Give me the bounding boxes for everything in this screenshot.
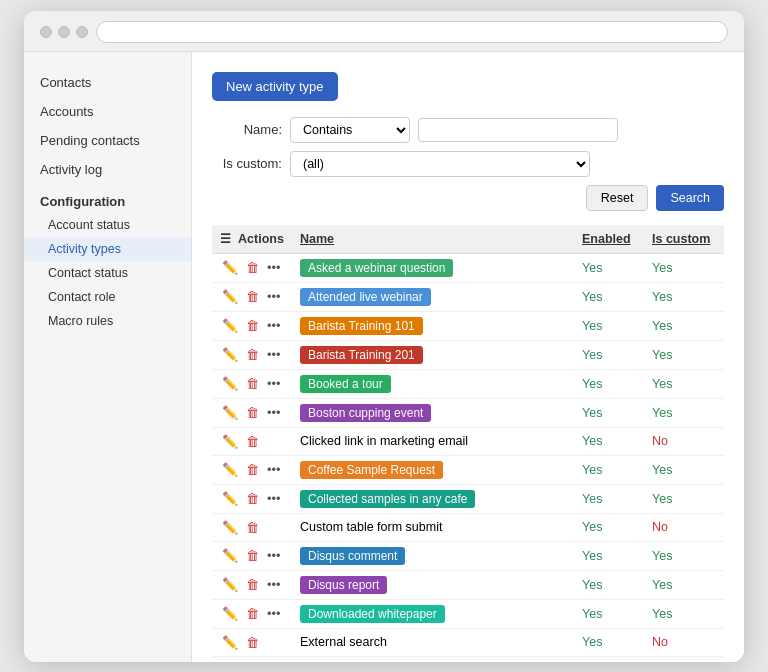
row-name: Coffee Sample Request bbox=[292, 455, 574, 484]
sidebar-item-pending-contacts[interactable]: Pending contacts bbox=[24, 126, 191, 155]
delete-icon[interactable]: 🗑 bbox=[244, 259, 261, 276]
delete-icon[interactable]: 🗑 bbox=[244, 288, 261, 305]
edit-icon[interactable]: ✏️ bbox=[220, 576, 240, 593]
sidebar-item-activity-types[interactable]: Activity types bbox=[24, 237, 191, 261]
row-is-custom: Yes bbox=[644, 398, 724, 427]
row-is-custom: No bbox=[644, 427, 724, 455]
more-icon[interactable]: ••• bbox=[265, 547, 283, 564]
more-icon[interactable]: ••• bbox=[265, 605, 283, 622]
row-is-custom: Yes bbox=[644, 599, 724, 628]
row-name: Downloaded whitepaper bbox=[292, 599, 574, 628]
row-is-custom: Yes bbox=[644, 369, 724, 398]
edit-icon[interactable]: ✏️ bbox=[220, 259, 240, 276]
row-is-custom: No bbox=[644, 656, 724, 662]
row-name: Form submission bbox=[292, 656, 574, 662]
delete-icon[interactable]: 🗑 bbox=[244, 576, 261, 593]
delete-icon[interactable]: 🗑 bbox=[244, 605, 261, 622]
sidebar-item-contact-status[interactable]: Contact status bbox=[24, 261, 191, 285]
new-activity-type-button[interactable]: New activity type bbox=[212, 72, 338, 101]
row-name: Boston cupping event bbox=[292, 398, 574, 427]
row-enabled: Yes bbox=[574, 599, 644, 628]
row-actions: ✏️ 🗑 ••• bbox=[220, 375, 284, 392]
row-enabled: Yes bbox=[574, 340, 644, 369]
edit-icon[interactable]: ✏️ bbox=[220, 605, 240, 622]
delete-icon[interactable]: 🗑 bbox=[244, 634, 261, 651]
table-row: ✏️ 🗑 ••• Collected samples in any cafeYe… bbox=[212, 484, 724, 513]
row-is-custom: Yes bbox=[644, 282, 724, 311]
sidebar-item-contact-role[interactable]: Contact role bbox=[24, 285, 191, 309]
table-row: ✏️ 🗑 ••• Downloaded whitepaperYesYes bbox=[212, 599, 724, 628]
col-header-is-custom[interactable]: Is custom bbox=[644, 225, 724, 254]
edit-icon[interactable]: ✏️ bbox=[220, 288, 240, 305]
filter-custom-row: Is custom: (all) Yes No bbox=[212, 151, 724, 177]
delete-icon[interactable]: 🗑 bbox=[244, 317, 261, 334]
activity-type-badge: Barista Training 101 bbox=[300, 317, 423, 335]
row-name: Clicked link in marketing email bbox=[292, 427, 574, 455]
browser-window: Contacts Accounts Pending contacts Activ… bbox=[24, 11, 744, 662]
sidebar-item-macro-rules[interactable]: Macro rules bbox=[24, 309, 191, 333]
delete-icon[interactable]: 🗑 bbox=[244, 519, 261, 536]
row-enabled: Yes bbox=[574, 455, 644, 484]
filter-custom-select[interactable]: (all) Yes No bbox=[290, 151, 590, 177]
row-enabled: Yes bbox=[574, 484, 644, 513]
more-icon[interactable]: ••• bbox=[265, 346, 283, 363]
sidebar-item-activity-log[interactable]: Activity log bbox=[24, 155, 191, 184]
delete-icon[interactable]: 🗑 bbox=[244, 404, 261, 421]
sidebar-item-accounts[interactable]: Accounts bbox=[24, 97, 191, 126]
more-icon[interactable]: ••• bbox=[265, 576, 283, 593]
row-name: Barista Training 101 bbox=[292, 311, 574, 340]
edit-icon[interactable]: ✏️ bbox=[220, 519, 240, 536]
delete-icon[interactable]: 🗑 bbox=[244, 346, 261, 363]
delete-icon[interactable]: 🗑 bbox=[244, 461, 261, 478]
delete-icon[interactable]: 🗑 bbox=[244, 433, 261, 450]
edit-icon[interactable]: ✏️ bbox=[220, 490, 240, 507]
delete-icon[interactable]: 🗑 bbox=[244, 490, 261, 507]
more-icon[interactable]: ••• bbox=[265, 259, 283, 276]
delete-icon[interactable]: 🗑 bbox=[244, 375, 261, 392]
filter-actions: Reset Search bbox=[212, 185, 724, 211]
table-row: ✏️ 🗑 Custom table form submitYesNo bbox=[212, 513, 724, 541]
more-icon[interactable]: ••• bbox=[265, 288, 283, 305]
filter-name-input[interactable] bbox=[418, 118, 618, 142]
sidebar-item-contacts[interactable]: Contacts bbox=[24, 68, 191, 97]
activity-type-badge: Boston cupping event bbox=[300, 404, 431, 422]
browser-dot-2 bbox=[58, 26, 70, 38]
filter-name-label: Name: bbox=[212, 122, 282, 137]
row-actions: ✏️ 🗑 ••• bbox=[220, 461, 284, 478]
filter-name-select[interactable]: Contains Equals Starts with Ends with bbox=[290, 117, 410, 143]
row-name: External search bbox=[292, 628, 574, 656]
browser-dot-1 bbox=[40, 26, 52, 38]
table-row: ✏️ 🗑 ••• Disqus reportYesYes bbox=[212, 570, 724, 599]
more-icon[interactable]: ••• bbox=[265, 490, 283, 507]
row-is-custom: Yes bbox=[644, 253, 724, 282]
more-icon[interactable]: ••• bbox=[265, 375, 283, 392]
edit-icon[interactable]: ✏️ bbox=[220, 634, 240, 651]
col-header-name[interactable]: Name bbox=[292, 225, 574, 254]
row-enabled: Yes bbox=[574, 253, 644, 282]
more-icon[interactable]: ••• bbox=[265, 404, 283, 421]
row-enabled: Yes bbox=[574, 628, 644, 656]
reset-button[interactable]: Reset bbox=[586, 185, 649, 211]
row-name: Barista Training 201 bbox=[292, 340, 574, 369]
col-header-enabled[interactable]: Enabled bbox=[574, 225, 644, 254]
sidebar-item-account-status[interactable]: Account status bbox=[24, 213, 191, 237]
activity-type-badge: Collected samples in any cafe bbox=[300, 490, 475, 508]
edit-icon[interactable]: ✏️ bbox=[220, 547, 240, 564]
row-actions: ✏️ 🗑 ••• bbox=[220, 288, 284, 305]
search-button[interactable]: Search bbox=[656, 185, 724, 211]
edit-icon[interactable]: ✏️ bbox=[220, 433, 240, 450]
more-icon[interactable]: ••• bbox=[265, 461, 283, 478]
edit-icon[interactable]: ✏️ bbox=[220, 317, 240, 334]
table-row: ✏️ 🗑 Clicked link in marketing emailYesN… bbox=[212, 427, 724, 455]
browser-url-bar[interactable] bbox=[96, 21, 728, 43]
edit-icon[interactable]: ✏️ bbox=[220, 346, 240, 363]
edit-icon[interactable]: ✏️ bbox=[220, 461, 240, 478]
table-row: ✏️ 🗑 ••• Coffee Sample RequestYesYes bbox=[212, 455, 724, 484]
activity-type-badge: Downloaded whitepaper bbox=[300, 605, 445, 623]
sidebar-section-configuration: Configuration bbox=[24, 184, 191, 213]
more-icon[interactable]: ••• bbox=[265, 317, 283, 334]
delete-icon[interactable]: 🗑 bbox=[244, 547, 261, 564]
edit-icon[interactable]: ✏️ bbox=[220, 404, 240, 421]
activity-type-badge: Disqus report bbox=[300, 576, 387, 594]
edit-icon[interactable]: ✏️ bbox=[220, 375, 240, 392]
